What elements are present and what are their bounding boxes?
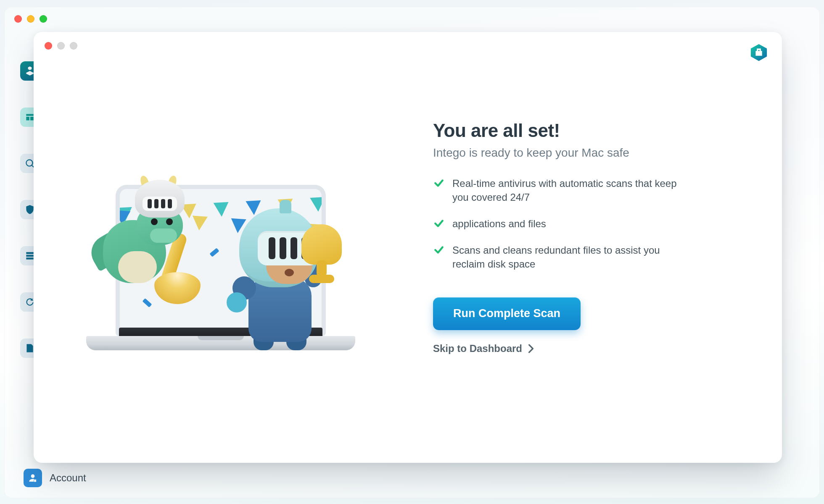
parent-window-controls xyxy=(14,15,47,23)
trophy-icon xyxy=(296,224,347,287)
feature-item: Scans and cleans redundant files to assi… xyxy=(433,243,694,271)
dragon-character-icon xyxy=(95,182,200,291)
skip-label: Skip to Dashboard xyxy=(433,343,522,354)
check-icon xyxy=(433,177,445,189)
close-icon[interactable] xyxy=(14,15,22,23)
chevron-right-icon xyxy=(528,344,534,353)
feature-item: applications and files xyxy=(433,217,694,231)
zoom-icon[interactable] xyxy=(40,15,47,23)
knight-character-icon xyxy=(229,212,330,350)
page-subtitle: Intego is ready to keep your Mac safe xyxy=(433,146,736,160)
check-icon xyxy=(433,244,445,256)
sidebar-account-label: Account xyxy=(50,472,86,484)
account-icon xyxy=(24,469,42,487)
feature-item: Real-time antivirus with automatic scans… xyxy=(433,176,694,204)
app-logo-icon xyxy=(748,42,769,63)
onboarding-complete-modal: You are all set! Intego is ready to keep… xyxy=(34,32,782,463)
page-title: You are all set! xyxy=(433,120,736,141)
feature-text: applications and files xyxy=(452,217,546,231)
feature-list: Real-time antivirus with automatic scans… xyxy=(433,176,736,271)
minimize-icon[interactable] xyxy=(27,15,34,23)
celebration-illustration xyxy=(34,32,408,463)
feature-text: Scans and cleans redundant files to assi… xyxy=(452,243,694,271)
onboarding-content: You are all set! Intego is ready to keep… xyxy=(408,32,782,463)
run-complete-scan-button[interactable]: Run Complete Scan xyxy=(433,297,581,330)
skip-to-dashboard-link[interactable]: Skip to Dashboard xyxy=(433,343,534,354)
feature-text: Real-time antivirus with automatic scans… xyxy=(452,176,694,204)
sidebar-item-account[interactable]: Account xyxy=(24,469,86,487)
check-icon xyxy=(433,218,445,229)
